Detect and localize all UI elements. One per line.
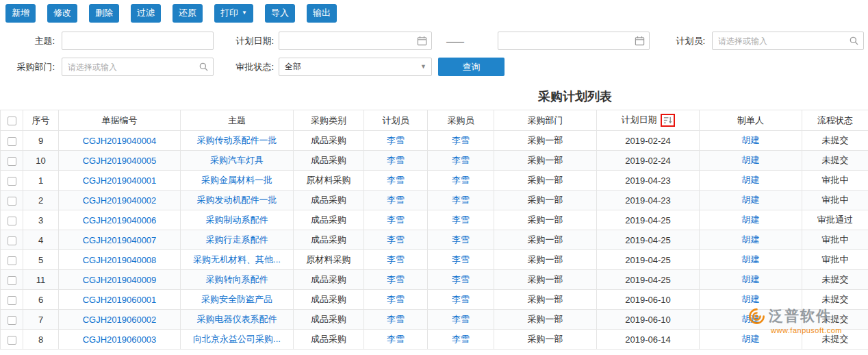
plan-date-to-input[interactable] xyxy=(498,32,650,50)
purchaser-link[interactable]: 李雪 xyxy=(452,175,470,185)
restore-button[interactable]: 还原 xyxy=(173,4,203,23)
print-button[interactable]: 打印 ▼ xyxy=(214,4,253,23)
subject-link[interactable]: 采购电器仪表系配件 xyxy=(197,314,277,324)
creator-link[interactable]: 胡建 xyxy=(742,274,760,284)
planner-link[interactable]: 李雪 xyxy=(387,314,405,324)
creator-link[interactable]: 胡建 xyxy=(742,215,760,225)
subject-link[interactable]: 采购安全防盗产品 xyxy=(201,294,272,304)
filter-button[interactable]: 过滤 xyxy=(131,4,161,23)
planner-link[interactable]: 李雪 xyxy=(387,215,405,225)
purchaser-link[interactable]: 李雪 xyxy=(452,334,470,344)
row-checkbox[interactable] xyxy=(8,137,16,146)
department-input[interactable] xyxy=(62,58,214,76)
status-cell: 未提交 xyxy=(802,330,868,350)
planner-input[interactable] xyxy=(712,32,864,50)
creator-link[interactable]: 胡建 xyxy=(742,254,760,265)
doc_no-link[interactable]: CGJH2019040001 xyxy=(83,175,157,186)
planner-link[interactable]: 李雪 xyxy=(387,274,405,284)
row-checkbox[interactable] xyxy=(8,217,16,225)
creator-link[interactable]: 胡建 xyxy=(742,135,760,145)
planner-link[interactable]: 李雪 xyxy=(387,135,405,145)
purchaser-link[interactable]: 李雪 xyxy=(452,135,470,145)
row-checkbox[interactable] xyxy=(8,256,16,265)
row-checkbox[interactable] xyxy=(8,197,16,206)
plan-date-from-input[interactable] xyxy=(279,32,432,50)
row-checkbox[interactable] xyxy=(8,177,16,186)
sort-icon[interactable] xyxy=(663,116,672,125)
creator-link[interactable]: 胡建 xyxy=(742,234,760,245)
table-header-row: 序号 单据编号 主题 采购类别 计划员 采购员 采购部门 计划日期 制单人 流程… xyxy=(1,110,868,131)
subject-link[interactable]: 采购制动系配件 xyxy=(206,215,268,225)
status-cell: 未提交 xyxy=(802,310,868,330)
row-checkbox[interactable] xyxy=(8,157,16,166)
row-checkbox[interactable] xyxy=(8,236,16,245)
delete-button[interactable]: 删除 xyxy=(89,4,119,23)
planner-link[interactable]: 李雪 xyxy=(387,195,405,205)
subject-link[interactable]: 采购无机材料、其他... xyxy=(193,254,281,265)
subject-input[interactable] xyxy=(62,32,214,50)
planner-link[interactable]: 李雪 xyxy=(387,234,405,245)
row-checkbox[interactable] xyxy=(8,316,16,325)
subject-link[interactable]: 采购金属材料一批 xyxy=(201,175,272,185)
planner-link[interactable]: 李雪 xyxy=(387,334,405,344)
row-checkbox[interactable] xyxy=(8,276,16,285)
creator-link[interactable]: 胡建 xyxy=(742,175,760,185)
row-checkbox[interactable] xyxy=(8,336,16,345)
query-button[interactable]: 查询 xyxy=(438,58,505,76)
purchaser-cell: 李雪 xyxy=(428,270,494,290)
creator-link[interactable]: 胡建 xyxy=(742,314,760,324)
category-cell: 成品采购 xyxy=(294,210,364,230)
approval-status-select[interactable]: 全部 ▼ xyxy=(279,58,432,76)
doc_no-link[interactable]: CGJH2019060001 xyxy=(83,295,157,305)
doc_no-link[interactable]: CGJH2019040005 xyxy=(83,156,157,166)
subject-link[interactable]: 采购汽车灯具 xyxy=(210,155,264,165)
subject-link[interactable]: 采购行走系配件 xyxy=(206,234,268,245)
header-plan-date[interactable]: 计划日期 xyxy=(597,110,700,131)
purchaser-link[interactable]: 李雪 xyxy=(452,254,470,265)
doc_no-link[interactable]: CGJH2019040002 xyxy=(83,195,157,206)
purchaser-link[interactable]: 李雪 xyxy=(452,195,470,205)
doc_no-link[interactable]: CGJH2019040004 xyxy=(83,136,157,146)
creator-link[interactable]: 胡建 xyxy=(742,155,760,165)
header-creator: 制单人 xyxy=(700,110,802,131)
doc_no-link[interactable]: CGJH2019060002 xyxy=(83,315,157,325)
modify-button[interactable]: 修改 xyxy=(47,4,77,23)
purchaser-link[interactable]: 李雪 xyxy=(452,314,470,324)
doc_no-link[interactable]: CGJH2019040008 xyxy=(83,255,157,265)
doc_no-link[interactable]: CGJH2019040009 xyxy=(83,275,157,285)
doc_no-link[interactable]: CGJH2019040006 xyxy=(83,215,157,225)
purchaser-link[interactable]: 李雪 xyxy=(452,215,470,225)
header-checkbox[interactable] xyxy=(8,117,16,125)
planner-cell: 李雪 xyxy=(364,230,428,250)
creator-link[interactable]: 胡建 xyxy=(742,294,760,304)
planner-link[interactable]: 李雪 xyxy=(387,294,405,304)
planner-link[interactable]: 李雪 xyxy=(387,254,405,265)
subject-link[interactable]: 向北京永益公司采购... xyxy=(193,334,281,344)
plan_date-cell: 2019-04-23 xyxy=(597,171,700,191)
planner-cell: 李雪 xyxy=(364,290,428,310)
export-button[interactable]: 输出 xyxy=(307,4,337,23)
doc_no-link[interactable]: CGJH2019040007 xyxy=(83,235,157,245)
purchaser-link[interactable]: 李雪 xyxy=(452,155,470,165)
row-checkbox[interactable] xyxy=(8,296,16,305)
creator-link[interactable]: 胡建 xyxy=(742,334,760,344)
doc_no-cell: CGJH2019060002 xyxy=(59,310,181,330)
creator-cell: 胡建 xyxy=(700,310,802,330)
subject-link[interactable]: 采购传动系配件一批 xyxy=(197,135,277,145)
subject-link[interactable]: 采购转向系配件 xyxy=(206,274,268,284)
doc_no-link[interactable]: CGJH2019060003 xyxy=(83,334,157,345)
table-row: 4CGJH2019040007采购行走系配件成品采购李雪李雪采购一部2019-0… xyxy=(1,230,868,250)
table-body: 9CGJH2019040004采购传动系配件一批成品采购李雪李雪采购一部2019… xyxy=(1,131,868,350)
subject-link[interactable]: 采购发动机配件一批 xyxy=(197,195,277,205)
subject-input-wrap xyxy=(62,32,214,50)
purchaser-link[interactable]: 李雪 xyxy=(452,274,470,284)
import-button[interactable]: 导入 xyxy=(265,4,295,23)
status-cell: 审批通过 xyxy=(802,210,868,230)
planner-link[interactable]: 李雪 xyxy=(387,175,405,185)
add-button[interactable]: 新增 xyxy=(5,4,36,23)
planner-link[interactable]: 李雪 xyxy=(387,155,405,165)
department-cell: 采购一部 xyxy=(494,310,597,330)
purchaser-link[interactable]: 李雪 xyxy=(452,234,470,245)
purchaser-link[interactable]: 李雪 xyxy=(452,294,470,304)
creator-link[interactable]: 胡建 xyxy=(742,195,760,205)
